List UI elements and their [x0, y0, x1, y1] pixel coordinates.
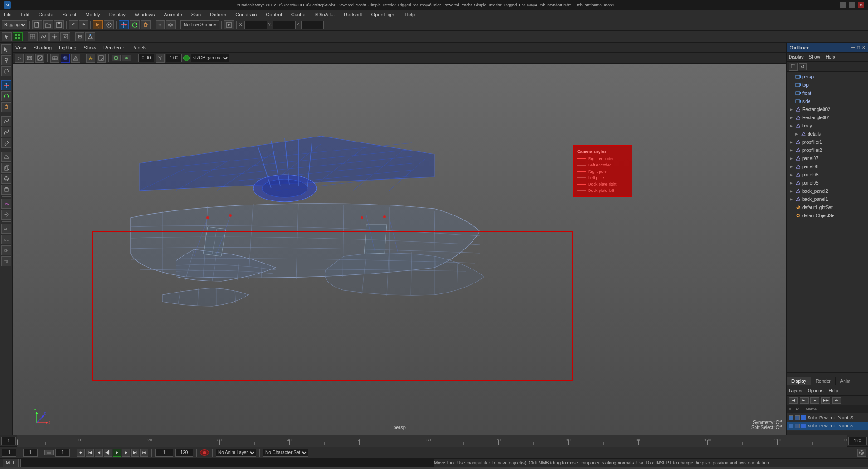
- menu-openflight[interactable]: OpenFlight: [370, 11, 398, 18]
- layer-rewind-btn[interactable]: ⏮: [800, 397, 809, 404]
- layer-row-1[interactable]: Solar_Powered_Yacht_Simp: [787, 414, 868, 422]
- tree-light-set[interactable]: defaultLightSet: [787, 203, 868, 211]
- frame-display3[interactable]: [55, 449, 70, 457]
- y-input[interactable]: [273, 21, 296, 29]
- tree-rect002[interactable]: ▶ Rectangle002: [787, 105, 868, 113]
- om-help[interactable]: Help: [826, 54, 835, 59]
- expand-back-panel2[interactable]: ▶: [789, 188, 794, 194]
- outliner-hscroll[interactable]: [787, 372, 868, 376]
- menu-select[interactable]: Select: [61, 11, 78, 18]
- x-input[interactable]: [244, 21, 267, 29]
- pb-next-frame[interactable]: ▶: [122, 449, 130, 457]
- lt-channel[interactable]: CH: [1, 245, 11, 255]
- lt-move[interactable]: [1, 80, 11, 90]
- lt-poly-cube[interactable]: [1, 163, 11, 173]
- expand-light-set[interactable]: [789, 205, 794, 210]
- tab-render[interactable]: Render: [811, 377, 836, 385]
- lt-paint-effects[interactable]: [1, 199, 11, 209]
- expand-back-panel1[interactable]: ▶: [789, 196, 794, 202]
- outliner-bottom-hscroll[interactable]: [787, 431, 868, 435]
- tree-prop1[interactable]: ▶ propfiller1: [787, 138, 868, 146]
- vt-wireframe[interactable]: [35, 54, 44, 63]
- nav-refresh-btn[interactable]: ↺: [799, 63, 807, 70]
- om-display[interactable]: Display: [789, 54, 804, 59]
- expand-top[interactable]: [789, 82, 794, 88]
- menu-create[interactable]: Create: [37, 11, 55, 18]
- menu-control[interactable]: Control: [264, 11, 283, 18]
- tree-panel08[interactable]: ▶ panel08: [787, 171, 868, 179]
- lt-ep-curve[interactable]: [1, 127, 11, 137]
- vt-smooth-shade[interactable]: [61, 54, 70, 63]
- vt-gamma-input[interactable]: [166, 54, 182, 62]
- open-scene-button[interactable]: [43, 20, 53, 29]
- lt-select[interactable]: [1, 44, 11, 54]
- menu-windows[interactable]: Windows: [133, 11, 157, 18]
- layer-p-2[interactable]: [795, 424, 800, 428]
- maximize-button[interactable]: □: [849, 2, 855, 8]
- menu-deform[interactable]: Deform: [208, 11, 228, 18]
- menu-cache[interactable]: Cache: [289, 11, 307, 18]
- menu-help[interactable]: Help: [403, 11, 417, 18]
- lt-pencil-curve[interactable]: [1, 138, 11, 148]
- tab-display[interactable]: Display: [787, 377, 811, 385]
- tree-panel07[interactable]: ▶ panel07: [787, 154, 868, 162]
- tree-persp[interactable]: persp: [787, 73, 868, 81]
- expand-persp[interactable]: [789, 74, 794, 79]
- pb-play-back[interactable]: ◀▌: [104, 449, 112, 457]
- menu-edit[interactable]: Edit: [19, 11, 31, 18]
- expand-panel07[interactable]: ▶: [789, 156, 794, 161]
- om-show[interactable]: Show: [809, 54, 820, 59]
- mel-label[interactable]: MEL: [3, 459, 19, 467]
- vp-menu-show[interactable]: Show: [84, 45, 97, 50]
- lt-poly-plane[interactable]: [1, 152, 11, 162]
- lt-tools-settings[interactable]: TS: [1, 256, 11, 266]
- close-button[interactable]: ✕: [858, 2, 864, 8]
- viewport[interactable]: Camera angles Right encoder Left encoder…: [13, 64, 786, 435]
- soft-select-btn[interactable]: [166, 20, 176, 29]
- universal-manip[interactable]: ⊕: [156, 20, 165, 29]
- olm-options[interactable]: Options: [808, 388, 823, 393]
- vt-circle1[interactable]: [112, 55, 121, 61]
- show-history-btn[interactable]: ⊟: [75, 32, 84, 41]
- tree-prop2[interactable]: ▶ propfiller2: [787, 146, 868, 154]
- menu-constrain[interactable]: Constrain: [234, 11, 258, 18]
- layer-next-btn[interactable]: ▶▶: [821, 397, 830, 404]
- menu-file[interactable]: File: [2, 11, 14, 18]
- lt-sculpt[interactable]: [1, 210, 11, 220]
- snap-to-grid[interactable]: [104, 20, 114, 29]
- tree-details[interactable]: ▶ details: [787, 130, 868, 138]
- expand-rect002[interactable]: ▶: [789, 107, 794, 112]
- vt-wireframe-mode[interactable]: [50, 54, 59, 63]
- layer-prev-btn[interactable]: ◀: [789, 397, 798, 404]
- z-input[interactable]: [301, 21, 324, 29]
- pb-prev-frame[interactable]: ◀: [95, 449, 103, 457]
- tree-side[interactable]: side: [787, 97, 868, 105]
- menu-modify[interactable]: Modify: [83, 11, 102, 18]
- layer-vis-1[interactable]: [789, 415, 793, 420]
- menu-animate[interactable]: Animate: [162, 11, 184, 18]
- lt-scale[interactable]: [1, 102, 11, 112]
- expand-body[interactable]: ▶: [789, 123, 794, 128]
- lt-rotate[interactable]: [1, 91, 11, 101]
- tree-panel06[interactable]: ▶ panel06: [787, 162, 868, 171]
- anim-layer-select[interactable]: No Anim Layer: [216, 449, 256, 457]
- expand-details[interactable]: ▶: [794, 131, 800, 137]
- minimize-button[interactable]: —: [840, 2, 846, 8]
- tree-top[interactable]: top: [787, 81, 868, 89]
- outliner-close-btn[interactable]: ✕: [862, 45, 865, 50]
- vp-menu-panels[interactable]: Panels: [132, 45, 147, 50]
- sel-obj-mode[interactable]: [2, 32, 12, 41]
- vp-menu-view[interactable]: View: [15, 45, 26, 50]
- pb-prev-key[interactable]: |◀: [86, 449, 94, 457]
- render-current[interactable]: [224, 20, 234, 29]
- layer-vis-2[interactable]: [789, 424, 793, 428]
- tree-obj-set[interactable]: defaultObjectSet: [787, 211, 868, 220]
- new-scene-button[interactable]: [32, 20, 42, 29]
- lt-outliner[interactable]: OL: [1, 234, 11, 244]
- lt-curve-tool[interactable]: [1, 116, 11, 126]
- pb-go-end[interactable]: ⏭: [140, 449, 148, 457]
- vt-texture-toggle[interactable]: [97, 54, 106, 63]
- expand-obj-set[interactable]: [789, 213, 794, 218]
- autokey-btn[interactable]: [200, 449, 209, 456]
- vt-circle2[interactable]: [122, 55, 131, 61]
